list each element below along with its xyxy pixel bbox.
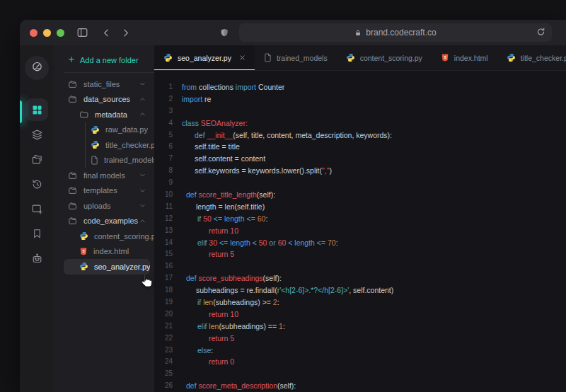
code-line-content: from collections import Counter: [182, 81, 284, 93]
tree-item-uploads[interactable]: uploads: [54, 198, 154, 214]
tree-item-content-scoring-py[interactable]: content_scoring.py: [54, 229, 154, 244]
rail-item-window-add[interactable]: [25, 197, 48, 220]
code-line[interactable]: 26def score_meta_description(self):: [154, 380, 566, 392]
code-line[interactable]: 9: [154, 177, 566, 189]
screenshot-stage: brand.codecraft.co: [0, 0, 566, 392]
code-line[interactable]: 1from collections import Counter: [154, 81, 566, 93]
shield-icon[interactable]: [219, 28, 229, 38]
line-number: 25: [154, 368, 173, 380]
close-window-button[interactable]: [30, 29, 37, 37]
python-icon: [163, 53, 173, 62]
chevron-up-icon[interactable]: [139, 218, 146, 224]
tree-item-code-examples[interactable]: code_examples: [54, 214, 154, 229]
icon-rail: [20, 45, 54, 392]
code-area[interactable]: 1from collections import Counter2import …: [154, 71, 566, 392]
tree-item-label: metadata: [95, 110, 127, 119]
tab-content-scoring-py[interactable]: content_scoring.py: [337, 45, 432, 70]
code-line[interactable]: 21elif len(subheadings) == 1:: [154, 321, 566, 333]
code-line[interactable]: 8self.keywords = keywords.lower().split(…: [154, 165, 566, 177]
code-line[interactable]: 20return 10: [154, 309, 566, 321]
code-line[interactable]: 3: [154, 105, 566, 117]
code-line[interactable]: 12if 50 <= length <= 60:: [154, 213, 566, 225]
tree-item-metadata[interactable]: metadata: [54, 107, 154, 122]
folder-icon: [68, 186, 78, 195]
code-line[interactable]: 15return 5: [154, 248, 566, 260]
code-line-content: def __init__(self, title, content, meta_…: [182, 129, 392, 142]
line-number: 5: [154, 129, 173, 142]
rail-item-dashboard-grid[interactable]: [25, 98, 48, 121]
code-line-content: self.title = title: [182, 141, 240, 153]
tree-item-final-models[interactable]: final models: [54, 168, 154, 183]
tab-title-checker-py[interactable]: title_checker.py: [497, 45, 566, 70]
app-logo[interactable]: [25, 56, 49, 80]
code-line[interactable]: 2import re: [154, 93, 566, 105]
reload-icon[interactable]: [536, 27, 545, 37]
code-line[interactable]: 14elif 30 <= length < 50 or 60 < length …: [154, 237, 566, 249]
code-line-content: return 0: [182, 356, 234, 368]
minimize-window-button[interactable]: [43, 29, 51, 37]
code-line[interactable]: 16: [154, 260, 566, 272]
code-line-content: def score_subheadings(self):: [182, 272, 282, 284]
tree-item-label: code_examples: [83, 217, 138, 225]
forward-icon[interactable]: [121, 28, 130, 38]
tree-item-templates[interactable]: templates: [54, 183, 154, 199]
url-bar[interactable]: brand.codecraft.co: [239, 23, 552, 42]
add-folder-button[interactable]: Add a new folder: [54, 52, 154, 68]
line-number: 18: [154, 284, 173, 296]
chevron-down-icon[interactable]: [139, 188, 146, 194]
code-line[interactable]: 23else:: [154, 345, 566, 357]
code-line[interactable]: 22return 5: [154, 333, 566, 345]
python-icon: [79, 231, 88, 241]
line-number: 9: [154, 177, 173, 189]
gauge-logo-icon: [31, 61, 43, 76]
code-line-content: elif len(subheadings) == 1:: [182, 321, 285, 333]
tab-trained-models[interactable]: trained_models: [255, 45, 337, 70]
code-line[interactable]: 17def score_subheadings(self):: [154, 272, 566, 284]
line-number: 8: [154, 165, 173, 177]
code-line[interactable]: 4class SEOAnalyzer:: [154, 117, 566, 129]
file-explorer: Add a new folder static_filesdata_source…: [54, 45, 154, 392]
code-line[interactable]: 25: [154, 368, 566, 380]
code-line[interactable]: 7self.content = content: [154, 153, 566, 165]
tree-item-seo-analyzer-py[interactable]: seo_analyzer.py: [64, 259, 150, 275]
tab-label: index.html: [454, 54, 488, 62]
tab-label: content_scoring.py: [360, 54, 422, 62]
tab-seo-analyzer-py[interactable]: seo_analyzer.py: [154, 45, 255, 70]
code-line[interactable]: 18subheadings = re.findall(r'<h[2-6]>.*?…: [154, 284, 566, 296]
rail-item-layers[interactable]: [25, 123, 48, 146]
code-line-content: def score_meta_description(self):: [182, 380, 296, 392]
code-line[interactable]: 11length = len(self.title): [154, 201, 566, 213]
tab-label: title_checker.py: [521, 54, 566, 62]
tree-item-raw-data-py[interactable]: raw_data.py: [54, 122, 154, 138]
bot-icon: [31, 253, 43, 265]
tree-item-data-sources[interactable]: data_sources: [54, 92, 154, 108]
chevron-up-icon[interactable]: [139, 96, 146, 103]
tree-item-index-html[interactable]: 5index.html: [54, 244, 154, 260]
code-line-content: import re: [182, 93, 211, 105]
code-line[interactable]: 6self.title = title: [154, 141, 566, 153]
chevron-down-icon[interactable]: [139, 81, 146, 87]
code-line[interactable]: 19if len(subheadings) >= 2:: [154, 296, 566, 309]
chevron-down-icon[interactable]: [139, 172, 146, 178]
rail-item-history[interactable]: [25, 173, 48, 195]
tree-item-title-checker-py[interactable]: title_checker.py: [54, 137, 154, 153]
zoom-window-button[interactable]: [57, 29, 64, 37]
code-line[interactable]: 10def score_title_length(self):: [154, 189, 566, 201]
panel-toggle-icon[interactable]: [76, 27, 89, 38]
chevron-down-icon[interactable]: [139, 202, 146, 209]
back-icon[interactable]: [102, 28, 111, 38]
rail-item-bookmark[interactable]: [25, 222, 48, 245]
tab-index-html[interactable]: 5index.html: [432, 45, 497, 70]
code-line[interactable]: 13return 10: [154, 225, 566, 237]
tree-item-trained-models[interactable]: trained_models: [54, 153, 154, 168]
code-line-content: elif 30 <= length < 50 or 60 < length <=…: [182, 237, 338, 249]
code-line-content: if 50 <= length <= 60:: [182, 213, 267, 225]
chevron-up-icon[interactable]: [139, 111, 146, 117]
close-icon[interactable]: [239, 54, 246, 61]
rail-item-bot[interactable]: [25, 247, 48, 270]
python-icon: [346, 53, 355, 62]
tree-item-static-files[interactable]: static_files: [54, 76, 154, 92]
code-line[interactable]: 5def __init__(self, title, content, meta…: [154, 129, 566, 142]
code-line[interactable]: 24return 0: [154, 356, 566, 368]
rail-item-folders[interactable]: [25, 148, 48, 171]
